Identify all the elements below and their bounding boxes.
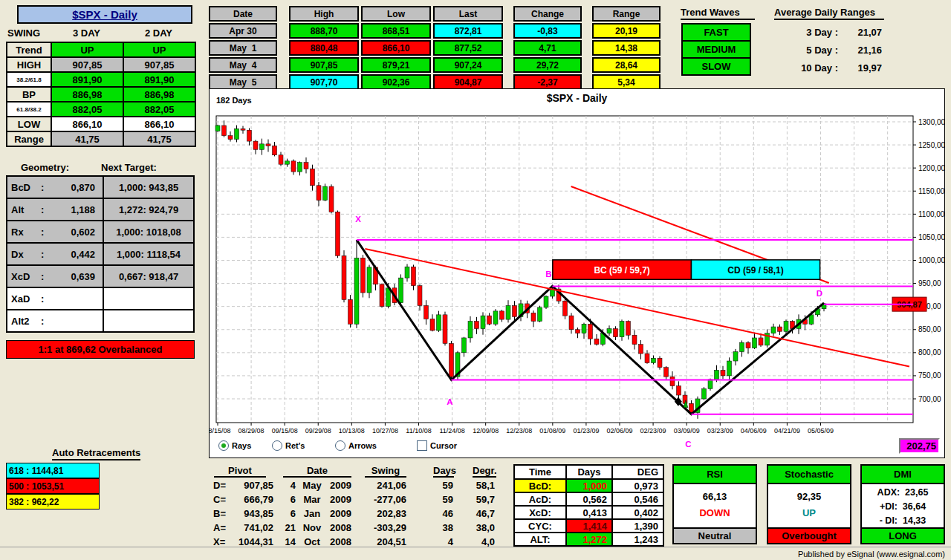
geometry-ratio-value: 0,870 <box>44 182 103 193</box>
chart-mode-rets[interactable]: Ret's <box>272 440 305 451</box>
candle-body <box>620 322 624 337</box>
radio-button-icon[interactable] <box>335 440 345 451</box>
candle-body <box>235 128 239 139</box>
pivot-price: 666,79 <box>223 494 273 505</box>
swing-3day-value: 907,85 <box>51 57 123 72</box>
overbalanced-banner: 1:1 at 869,62 Overbalanced <box>6 340 195 359</box>
geometry-ratio-name: XaD <box>11 293 41 305</box>
candle-body <box>493 311 498 324</box>
chart-mode-arrows[interactable]: Arrows <box>335 440 377 451</box>
geometry-ratio-value: 0,639 <box>44 271 103 282</box>
swing-3day-value: 41,75 <box>51 131 123 146</box>
next-target-value: 1,272: 924,79 <box>104 199 193 220</box>
y-axis-label: 700,00 <box>918 395 941 403</box>
table-row: ALT: 1,272 1,243 <box>514 533 663 546</box>
geometry-ratio-value: 1,188 <box>44 204 103 215</box>
candle-body <box>576 330 580 333</box>
geometry-ratio-name: Alt2 <box>11 316 41 327</box>
candle-body <box>569 316 574 330</box>
chart-mode-cursor[interactable]: Cursor <box>417 440 457 451</box>
low-column: Low 868,51 866,10 879,21 902,36 <box>361 6 431 91</box>
time-deg-value: 0,546 <box>612 492 663 506</box>
time-days-value: 1,414 <box>566 519 612 533</box>
table-row: BcD:0,870 1,000: 943,85 <box>6 175 195 199</box>
candle-body <box>266 144 270 146</box>
trend-wave-slow: SLOW <box>681 57 751 76</box>
pivot-date-day: 6 <box>279 494 296 505</box>
pivot-date-year: 2009 <box>325 508 351 519</box>
stochastic-status: Overbought <box>768 527 850 543</box>
change-cell: 29,72 <box>513 57 582 73</box>
time-table: Time Days DEG BcD: 1,000 0,973 AcD: 0,56… <box>513 464 664 547</box>
change-column: Change -0,83 4,71 29,72 -2,37 <box>513 6 582 91</box>
table-row: HIGH 907,85 907,85 <box>7 57 195 72</box>
x-axis-label: 11/24/08 <box>439 427 464 434</box>
time-deg-value: 0,973 <box>612 479 663 492</box>
swing-2day-value: 41,75 <box>123 131 195 146</box>
days-header: Days <box>566 465 612 479</box>
adr-label: 5 Day : <box>780 45 838 56</box>
next-target-value: 1,000: 1018,08 <box>104 221 193 242</box>
candle-body <box>215 126 220 131</box>
candle-body <box>443 315 447 344</box>
candlestick-chart: 1300,001250,001200,001150,001100,001050,… <box>210 89 944 458</box>
trend-waves-panel: FAST MEDIUM SLOW <box>681 23 751 76</box>
pivot-date-month: Oct <box>299 536 325 547</box>
range-cell: 5,34 <box>592 74 660 90</box>
candle-body <box>304 163 308 169</box>
radio-button-icon[interactable] <box>272 440 282 451</box>
low-cell: 902,36 <box>361 74 431 90</box>
pivot-swing: 204,51 <box>362 536 406 547</box>
date-cell: Apr 30 <box>209 23 277 39</box>
next-target-value: 1,000: 1118,54 <box>104 244 193 264</box>
pivot-date-year: 2009 <box>325 480 351 491</box>
candle-body <box>607 329 611 333</box>
candle-body <box>253 141 258 149</box>
pivot-swing: 241,06 <box>362 480 406 491</box>
candle-body <box>424 305 429 319</box>
y-axis-label: 1100,00 <box>918 210 944 218</box>
pivot-date-day: 14 <box>279 536 296 547</box>
swing-row-label: Range <box>7 131 51 146</box>
rsi-status: Neutral <box>674 527 756 543</box>
checkbox-icon[interactable] <box>417 440 427 451</box>
candle-body <box>733 352 738 361</box>
swing-label: SWING <box>7 27 40 39</box>
range-column: Range 20,19 14,38 28,64 5,34 <box>592 6 660 91</box>
candle-body <box>632 335 637 344</box>
table-row: LOW 866,10 866,10 <box>7 117 195 131</box>
x-axis-label: 04/06/09 <box>741 427 767 434</box>
table-row: XcD: 0,413 0,402 <box>514 506 663 519</box>
radio-button-icon[interactable] <box>218 440 229 451</box>
candle-body <box>594 339 599 344</box>
time-row-label: AcD: <box>514 492 566 506</box>
pivot-table-header: Date <box>283 465 351 478</box>
symbol-title: $SPX - Daily <box>17 5 192 24</box>
x-axis-label: 12/23/08 <box>506 427 532 434</box>
candle-body <box>342 255 346 299</box>
x-axis-label: 02/06/09 <box>606 427 632 434</box>
candle-body <box>348 299 353 324</box>
swing-2day-value: UP <box>123 42 195 57</box>
table-row: Alt2: <box>6 310 195 333</box>
trend-waves-title: Trend Waves <box>681 7 755 20</box>
rsi-value: 66,13 <box>674 484 756 502</box>
time-days-value: 0,413 <box>566 506 612 519</box>
swing-row-label: Trend <box>7 42 51 57</box>
rsi-header: RSI <box>674 466 756 484</box>
y-axis-label: 1050,00 <box>918 233 944 241</box>
candle-body <box>563 301 568 316</box>
x-axis-label: 10/27/08 <box>372 427 398 434</box>
change-cell: -2,37 <box>513 74 582 90</box>
chart-mode-rays[interactable]: Rays <box>218 440 251 451</box>
geometry-ratio-value: 0,602 <box>44 227 103 238</box>
table-row: BcD: 1,000 0,973 <box>514 479 663 492</box>
publisher-credit: Published by eSignal (www.esignal.com) <box>798 550 945 559</box>
pivot-date-year: 2009 <box>325 494 351 505</box>
time-days-value: 0,562 <box>566 492 612 506</box>
swing-row-label: LOW <box>7 117 51 131</box>
legend-label: Rays <box>232 441 251 450</box>
column-header: Last <box>433 6 503 22</box>
chart-panel: 182 Days $SPX - Daily 1300,001250,001200… <box>209 88 945 458</box>
pivot-swing: 202,83 <box>362 508 406 519</box>
